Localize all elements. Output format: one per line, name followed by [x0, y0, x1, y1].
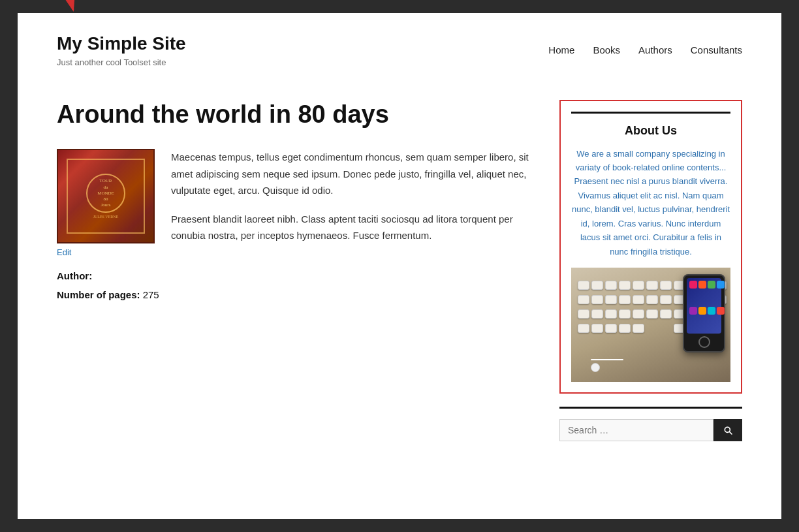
nav-home[interactable]: Home — [548, 44, 574, 55]
book-cover-subtitle: JULES VERNE — [93, 215, 119, 219]
book-cover-image: TOURduMONDE80Jours JULES VERNE — [57, 149, 155, 243]
post-pages-label: Number of pages: — [57, 289, 140, 300]
nav-authors[interactable]: Authors — [638, 44, 672, 55]
about-us-box: About Us We are a small company speciali… — [559, 100, 742, 394]
earphone-wire — [591, 359, 623, 360]
content-area: Around the world in 80 days TOURduMONDE8… — [57, 100, 533, 442]
post-pages-item: Number of pages: 275 — [57, 289, 533, 300]
app-icon-3 — [708, 281, 715, 289]
app-icon-5 — [689, 307, 697, 315]
book-cover-circle: TOURduMONDE80Jours — [86, 174, 125, 213]
phone-simulation — [683, 274, 725, 352]
site-title: My Simple Site — [57, 33, 186, 55]
book-cover-text: TOURduMONDE80Jours — [96, 177, 116, 209]
app-icon-6 — [698, 307, 706, 315]
keyboard-simulation — [571, 268, 730, 382]
post-title: Around the world in 80 days — [57, 100, 533, 130]
post-meta: Author: Number of pages: 275 — [57, 270, 533, 300]
site-branding: My Simple Site Just another cool Toolset… — [57, 33, 186, 67]
site-header: My Simple Site Just another cool Toolset… — [18, 13, 781, 80]
app-icon-4 — [717, 281, 725, 289]
app-icon-2 — [698, 281, 706, 289]
earphone-bud — [591, 363, 600, 372]
book-cover-inner: TOURduMONDE80Jours JULES VERNE — [67, 159, 145, 234]
post-text-content: Maecenas tempus, tellus eget condimentum… — [171, 149, 533, 257]
book-cover-wrap: TOURduMONDE80Jours JULES VERNE Edit — [57, 149, 155, 257]
earphones-simulation — [591, 346, 630, 372]
sidebar: About Us We are a small company speciali… — [559, 100, 742, 442]
post-paragraph-2: Praesent blandit laoreet nibh. Class apt… — [171, 211, 533, 244]
app-icon-1 — [689, 281, 697, 289]
search-icon — [723, 425, 733, 435]
about-us-text: We are a small company specializing in v… — [571, 147, 730, 259]
post-author-label: Author: — [57, 270, 92, 281]
post-pages-value: 275 — [143, 289, 159, 300]
search-input[interactable] — [559, 419, 713, 441]
site-nav: Home Books Authors Consultants — [548, 44, 742, 55]
edit-link[interactable]: Edit — [57, 247, 155, 257]
search-divider — [559, 407, 742, 409]
phone-home-button — [698, 336, 710, 348]
page-wrapper: My Simple Site Just another cool Toolset… — [18, 13, 781, 519]
search-form — [559, 419, 742, 441]
post-author-item: Author: — [57, 270, 533, 281]
about-us-title: About Us — [571, 124, 730, 138]
site-tagline: Just another cool Toolset site — [57, 57, 186, 67]
main-content: Around the world in 80 days TOURduMONDE8… — [18, 80, 781, 468]
nav-consultants[interactable]: Consultants — [691, 44, 742, 55]
search-widget — [559, 407, 742, 441]
search-button[interactable] — [713, 419, 742, 441]
app-icon-8 — [717, 307, 725, 315]
post-body: TOURduMONDE80Jours JULES VERNE Edit Maec… — [57, 149, 533, 257]
sidebar-divider-about — [571, 112, 730, 114]
app-icon-7 — [708, 307, 715, 315]
red-arrow-icon — [31, 0, 83, 20]
phone-screen — [687, 278, 721, 334]
post-paragraph-1: Maecenas tempus, tellus eget condimentum… — [171, 149, 533, 199]
about-us-image — [571, 268, 730, 382]
nav-books[interactable]: Books — [593, 44, 620, 55]
